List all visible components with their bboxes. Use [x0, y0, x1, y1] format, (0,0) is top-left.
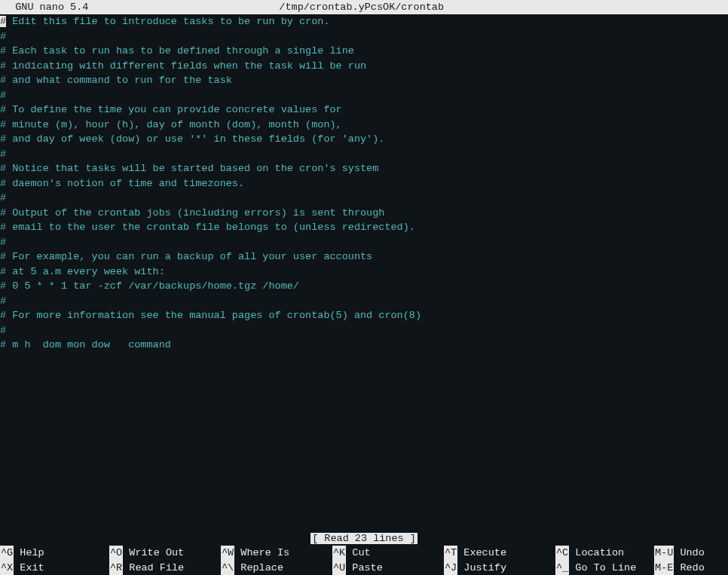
editor-line[interactable]: # For example, you can run a backup of a… — [0, 249, 728, 265]
shortcut-label: Where Is — [234, 546, 307, 561]
comment-hash: # — [0, 148, 6, 160]
editor-line[interactable]: # To define the time you can provide con… — [0, 102, 728, 118]
shortcut-item: M-U Undo — [654, 546, 722, 561]
shortcut-item: ^G Help — [0, 546, 109, 561]
comment-text: indicating with different fields when th… — [6, 60, 366, 72]
comment-hash: # — [0, 295, 6, 307]
status-bar: [ Read 23 lines ] — [0, 531, 728, 546]
editor-line[interactable]: # and day of week (dow) or use '*' in th… — [0, 132, 728, 147]
editor-line[interactable]: # daemon's notion of time and timezones. — [0, 176, 728, 191]
file-path: /tmp/crontab.yPcsOK/crontab — [0, 0, 725, 14]
shortcut-key: ^C — [555, 546, 569, 561]
comment-hash: # — [0, 192, 6, 203]
shortcut-key: ^O — [109, 546, 123, 561]
editor-line[interactable]: # Output of the crontab jobs (including … — [0, 206, 728, 221]
shortcut-label: Replace — [234, 561, 307, 576]
editor-line[interactable]: # indicating with different fields when … — [0, 59, 728, 74]
editor-line[interactable]: # — [0, 88, 728, 103]
title-bar: GNU nano 5.4 /tmp/crontab.yPcsOK/crontab — [0, 0, 728, 14]
comment-text: Output of the crontab jobs (including er… — [6, 207, 384, 219]
editor-line[interactable]: # Each task to run has to be defined thr… — [0, 44, 728, 59]
shortcut-row-2: ^X Exit ^R Read File ^\ Replace ^U Paste… — [0, 561, 728, 576]
comment-hash: # — [0, 325, 6, 336]
shortcut-key: M-E — [654, 561, 674, 576]
editor-line[interactable]: # Notice that tasks will be started base… — [0, 161, 728, 176]
shortcut-label: Exit — [14, 561, 87, 576]
status-message: [ Read 23 lines ] — [310, 533, 418, 544]
comment-text: Notice that tasks will be started based … — [6, 163, 378, 174]
comment-hash: # — [0, 75, 6, 86]
comment-hash: # — [0, 31, 6, 42]
shortcut-key: ^K — [332, 546, 346, 561]
shortcut-item: ^\ Replace — [221, 561, 332, 576]
editor-content[interactable]: # Edit this file to introduce tasks to b… — [0, 14, 728, 353]
comment-hash: # — [0, 119, 6, 130]
comment-text: For more information see the manual page… — [6, 310, 421, 321]
comment-hash: # — [0, 163, 6, 174]
shortcut-label: Help — [14, 546, 87, 561]
editor-line[interactable]: # Edit this file to introduce tasks to b… — [0, 14, 728, 29]
shortcut-label: Execute — [457, 546, 531, 561]
editor-line[interactable]: # — [0, 147, 728, 162]
shortcut-item: ^R Read File — [109, 561, 221, 576]
shortcut-key: M-U — [654, 546, 674, 561]
editor-line[interactable]: # minute (m), hour (h), day of month (do… — [0, 118, 728, 133]
editor-line[interactable]: # — [0, 191, 728, 206]
comment-text: daemon's notion of time and timezones. — [6, 178, 244, 189]
comment-hash: # — [0, 90, 6, 101]
shortcut-item: ^U Paste — [332, 561, 444, 576]
editor-line[interactable]: # email to the user the crontab file bel… — [0, 220, 728, 235]
shortcut-item: ^K Cut — [332, 546, 444, 561]
editor-line[interactable]: # and what command to run for the task — [0, 73, 728, 88]
comment-text: Each task to run has to be defined throu… — [6, 45, 354, 57]
shortcut-item: ^X Exit — [0, 561, 109, 576]
shortcut-label: Redo — [674, 561, 711, 576]
editor-line[interactable]: # — [0, 235, 728, 250]
shortcut-key: ^\ — [221, 561, 234, 576]
comment-hash: # — [0, 237, 6, 248]
editor-line[interactable]: # m h dom mon dow command — [0, 338, 728, 353]
comment-hash: # — [0, 178, 6, 189]
comment-text: 0 5 * * 1 tar -zcf /var/backups/home.tgz… — [6, 280, 299, 292]
shortcut-label: Justify — [457, 561, 531, 576]
comment-hash: # — [0, 133, 6, 145]
comment-hash: # — [0, 222, 6, 233]
comment-text: m h dom mon dow command — [6, 339, 171, 350]
shortcut-label: Location — [569, 546, 642, 561]
shortcut-label: Cut — [346, 546, 419, 561]
editor-line[interactable]: # — [0, 323, 728, 338]
shortcut-key: ^_ — [555, 561, 569, 576]
editor-line[interactable]: # 0 5 * * 1 tar -zcf /var/backups/home.t… — [0, 279, 728, 294]
comment-text: To define the time you can provide concr… — [6, 104, 342, 115]
shortcut-key: ^U — [332, 561, 346, 576]
shortcut-key: ^T — [444, 546, 457, 561]
editor-line[interactable]: # — [0, 294, 728, 309]
comment-hash: # — [0, 339, 6, 350]
comment-text: email to the user the crontab file belon… — [6, 222, 415, 233]
comment-text: For example, you can run a backup of all… — [6, 251, 372, 262]
comment-hash: # — [0, 45, 6, 57]
comment-hash: # — [0, 16, 6, 27]
shortcut-key: ^J — [444, 561, 457, 576]
comment-hash: # — [0, 280, 6, 292]
comment-hash: # — [0, 251, 6, 262]
shortcut-item: ^W Where Is — [221, 546, 332, 561]
editor-line[interactable]: # at 5 a.m every week with: — [0, 265, 728, 280]
comment-hash: # — [0, 60, 6, 72]
shortcut-label: Undo — [674, 546, 711, 561]
editor-line[interactable]: # — [0, 29, 728, 44]
shortcut-item: ^C Location — [555, 546, 654, 561]
comment-hash: # — [0, 266, 6, 277]
shortcut-item: ^_ Go To Line — [555, 561, 654, 576]
shortcut-label: Write Out — [123, 546, 196, 561]
shortcut-key: ^X — [0, 561, 14, 576]
comment-text: minute (m), hour (h), day of month (dom)… — [6, 119, 342, 130]
shortcut-item: M-E Redo — [654, 561, 722, 576]
comment-text: and what command to run for the task — [6, 75, 232, 86]
shortcut-key: ^G — [0, 546, 14, 561]
shortcut-item: ^J Justify — [444, 561, 555, 576]
shortcut-row-1: ^G Help ^O Write Out ^W Where Is ^K Cut … — [0, 546, 728, 561]
shortcut-label: Read File — [123, 561, 196, 576]
editor-line[interactable]: # For more information see the manual pa… — [0, 308, 728, 323]
shortcut-key: ^R — [109, 561, 123, 576]
